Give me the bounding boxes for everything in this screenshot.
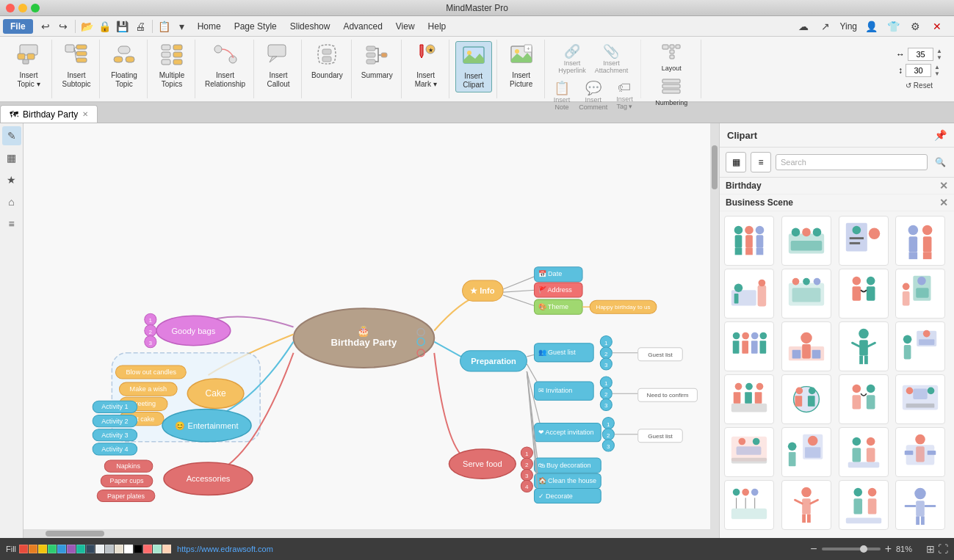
reset-button[interactable]: ↺ Reset (901, 80, 937, 91)
floating-topic-button[interactable]: FloatingTopic (106, 41, 142, 91)
clipart-item-24[interactable] (895, 480, 945, 530)
menu-home[interactable]: Home (192, 19, 227, 34)
swatch-mint[interactable] (153, 545, 162, 553)
multiple-topics-button[interactable]: MultipleTopics (153, 41, 190, 91)
file-menu[interactable]: File (3, 19, 33, 34)
summary-button[interactable]: Summary (358, 41, 397, 82)
style-icon[interactable]: ✎ (2, 126, 21, 145)
clipart-item-13[interactable] (724, 374, 774, 424)
layout-button[interactable]: Layout (658, 41, 684, 74)
zoom-out-button[interactable]: − (810, 542, 817, 556)
insert-note-button[interactable]: 📋 InsertNote (551, 78, 574, 113)
list-toggle[interactable]: ≡ (751, 152, 771, 172)
clipart-item-8[interactable] (895, 269, 945, 319)
share-icon[interactable]: ↗ (817, 18, 834, 34)
insert-subtopic-button[interactable]: InsertSubtopic (58, 41, 95, 91)
table-icon[interactable]: ≡ (2, 214, 21, 233)
search-button[interactable]: 🔍 (932, 154, 948, 170)
clipart-item-17[interactable] (724, 427, 774, 477)
width-down[interactable]: ▼ (936, 54, 942, 61)
clipart-item-20[interactable] (895, 427, 945, 477)
more-button[interactable]: ▾ (174, 18, 190, 34)
clipart-item-14[interactable] (781, 374, 831, 424)
swatch-green[interactable] (48, 545, 57, 553)
clipart-item-18[interactable] (781, 427, 831, 477)
clipart-item-11[interactable] (839, 321, 889, 371)
numbering-button[interactable]: Numbering (652, 76, 690, 109)
print-button[interactable]: 🖨 (132, 18, 148, 34)
width-up[interactable]: ▲ (936, 48, 942, 54)
clipart-item-15[interactable] (839, 374, 889, 424)
shirt-icon[interactable]: 👕 (885, 18, 901, 34)
zoom-slider[interactable] (822, 548, 881, 550)
swatch-blue[interactable] (57, 545, 66, 553)
undo-button[interactable]: ↩ (37, 18, 54, 34)
vertical-scrollbar[interactable] (710, 123, 719, 538)
height-up[interactable]: ▲ (934, 64, 940, 70)
full-screen-button[interactable]: ⛶ (938, 543, 948, 555)
pin-icon[interactable]: 📌 (934, 129, 947, 141)
insert-callout-button[interactable]: InsertCallout (260, 41, 297, 91)
view-toggle[interactable]: ▦ (726, 152, 746, 172)
canvas[interactable]: 🎂 Birthday Party ★ Info 📅 Date 🚩 Address… (24, 123, 719, 538)
copy-button[interactable]: 📋 (156, 18, 173, 34)
maximize-button[interactable] (31, 4, 40, 12)
height-down[interactable]: ▼ (934, 70, 940, 77)
swatch-dark[interactable] (86, 545, 95, 553)
clipart-scroll-area[interactable]: Birthday ✕ Business Scene ✕ (720, 178, 954, 538)
insert-topic-button[interactable]: InsertTopic ▾ (10, 41, 47, 91)
swatch-yellow[interactable] (38, 545, 47, 553)
grid-icon[interactable]: ▦ (2, 148, 21, 167)
swatch-pink[interactable] (143, 545, 152, 553)
insert-tag-button[interactable]: 🏷 InsertTag ▾ (613, 78, 636, 113)
clipart-item-12[interactable] (895, 321, 945, 371)
insert-relationship-button[interactable]: InsertRelationship (201, 41, 249, 91)
insert-mark-button[interactable]: ★ InsertMark ▾ (408, 41, 444, 91)
swatch-purple[interactable] (67, 545, 76, 553)
redo-button[interactable]: ↪ (55, 18, 71, 34)
insert-clipart-button[interactable]: InsertClipart (455, 41, 492, 92)
clipart-item-10[interactable] (781, 321, 831, 371)
home-icon[interactable]: ⌂ (2, 192, 21, 211)
clipart-item-19[interactable] (839, 427, 889, 477)
menu-advanced[interactable]: Advanced (337, 19, 388, 34)
swatch-cream[interactable] (115, 545, 123, 553)
fit-page-button[interactable]: ⊞ (926, 543, 935, 555)
cloud-icon[interactable]: ☁ (795, 18, 812, 34)
clipart-item-23[interactable] (839, 480, 889, 530)
tab-birthday-party[interactable]: 🗺 Birthday Party ✕ (0, 105, 98, 123)
save-button[interactable]: 💾 (115, 18, 131, 34)
swatch-teal[interactable] (76, 545, 85, 553)
clipart-item-9[interactable] (724, 321, 774, 371)
insert-hyperlink-button[interactable]: 🔗 InsertHyperlink (555, 41, 589, 76)
insert-picture-button[interactable]: + InsertPicture (503, 41, 540, 91)
clipart-item-22[interactable] (781, 480, 831, 530)
clipart-item-2[interactable] (781, 216, 831, 266)
settings-icon[interactable]: ⚙ (907, 18, 923, 34)
clipart-item-6[interactable] (781, 269, 831, 319)
clipart-item-5[interactable] (724, 269, 774, 319)
menu-page-style[interactable]: Page Style (228, 19, 283, 34)
clipart-item-1[interactable] (724, 216, 774, 266)
swatch-gray[interactable] (105, 545, 114, 553)
lock-button[interactable]: 🔒 (97, 18, 113, 34)
menu-view[interactable]: View (390, 19, 421, 34)
website-link[interactable]: https://www.edrawsoft.com (177, 545, 273, 553)
clipart-item-21[interactable] (724, 480, 774, 530)
swatch-white[interactable] (124, 545, 133, 553)
star-icon[interactable]: ★ (2, 170, 21, 189)
boundary-button[interactable]: Boundary (308, 41, 347, 82)
swatch-red[interactable] (19, 545, 28, 553)
close-app-icon[interactable]: ✕ (929, 18, 945, 34)
width-value[interactable]: 35 (908, 48, 933, 61)
user-icon[interactable]: 👤 (863, 18, 879, 34)
minimize-button[interactable] (18, 4, 27, 12)
clipart-item-3[interactable] (839, 216, 889, 266)
clipart-item-16[interactable] (895, 374, 945, 424)
horizontal-scrollbar[interactable] (24, 529, 710, 538)
swatch-orange[interactable] (29, 545, 37, 553)
tab-close-button[interactable]: ✕ (82, 110, 88, 118)
insert-attachment-button[interactable]: 📎 InsertAttachment (592, 41, 632, 76)
zoom-thumb[interactable] (860, 545, 867, 553)
close-button[interactable] (6, 4, 15, 12)
